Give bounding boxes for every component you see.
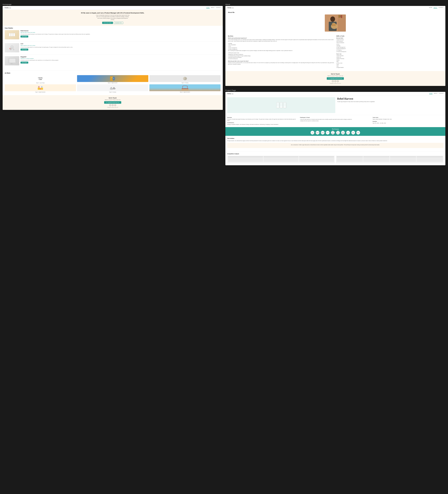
art-caption-6: Figure 6. Digital Illustration	[149, 92, 221, 93]
duration-body: Sep 17th, 2020 – Oct 28th, 2020	[373, 123, 444, 124]
about-nav-about[interactable]: ABOUT	[434, 7, 437, 9]
proj-nav-contact[interactable]: CONTACT	[439, 93, 444, 94]
step-2: Competitive Analysis	[316, 131, 319, 135]
footer-email-btn[interactable]: ✉ Angela@CheekyChae.com	[104, 101, 121, 104]
proj-nav-work[interactable]: WORK	[429, 93, 433, 94]
cell	[417, 160, 443, 161]
nav-contact[interactable]: CONTACT	[216, 7, 221, 9]
homepage-footer: Get In Touch Want to connect? Please rea…	[3, 95, 223, 110]
story-p3: Outside my serious professional life, I …	[228, 62, 334, 65]
social-icons: in be ig	[5, 104, 221, 106]
tool-item: Figma	[336, 59, 443, 61]
cell	[363, 161, 389, 162]
arrow-7: ›	[345, 131, 346, 134]
art-caption-5: Figure 5. Drawing	[77, 92, 148, 93]
tool-item: Java	[336, 64, 443, 65]
rebel-btn[interactable]: View Project	[21, 36, 28, 37]
skill-item: Project Management	[336, 47, 443, 48]
problem-body: Through research, we collected that roug…	[227, 140, 444, 142]
about-email-btn[interactable]: ✉ Angela@CheekyChae.com	[327, 77, 344, 80]
overview-body: This was a 10-week team project focusing…	[227, 119, 298, 121]
instagram-icon[interactable]: ig	[114, 104, 116, 106]
about-behance-icon[interactable]: be	[334, 80, 336, 82]
skill-item: Frontend Development	[336, 51, 443, 52]
relevant-skills: Relevant Skills Digital Illustration Use…	[336, 37, 443, 52]
about-footer-title: Get In Touch	[227, 73, 443, 75]
about-instagram-icon[interactable]: ig	[337, 80, 339, 82]
cell	[390, 161, 416, 162]
nav-work[interactable]: WORK	[206, 7, 210, 9]
svg-rect-8	[11, 63, 13, 64]
about-linkedin-icon[interactable]: in	[332, 80, 334, 82]
table-row	[337, 158, 443, 159]
problem-statement: As a consumer, I'd like to get discounts…	[227, 143, 444, 148]
art-item-5: Figure 5. Drawing	[77, 84, 148, 93]
homepage-nav-links: WORK ABOUT CONTACT	[206, 7, 221, 9]
cell	[263, 156, 298, 157]
step-3: Persona Research	[321, 131, 325, 135]
svg-rect-11	[110, 76, 113, 81]
cell	[417, 156, 443, 157]
art-item-3: Figure 3. Drawing	[149, 75, 221, 83]
art-illus-svg	[37, 85, 43, 90]
step-circle-1: The Problem	[311, 131, 314, 135]
linkedin-icon[interactable]: in	[109, 104, 111, 106]
email-icon: ✉	[106, 102, 107, 103]
project-problem: The Problem Through research, we collect…	[225, 136, 446, 151]
mega-content: Meggaball Website for a Fitness program …	[21, 56, 59, 65]
mega-btn[interactable]: View Project	[21, 62, 28, 63]
project-label: Project Page	[225, 88, 446, 92]
art-digital-svg	[110, 76, 116, 81]
about-social-icons: in be ig	[227, 80, 443, 82]
list-item: Frontend development	[228, 58, 334, 60]
list-item: UX/UI	[228, 46, 334, 47]
step-10: What's Next?	[356, 131, 360, 135]
svg-point-12	[112, 77, 115, 80]
case-studies-section: Case Studies Rebel Harvest App that help…	[3, 26, 223, 71]
tools-skills: Tools I Use Adobe Illustrator Adobe XD A…	[336, 53, 443, 68]
step-8: UX Solutions	[346, 131, 350, 135]
contributions-title: Contributions	[227, 122, 298, 123]
step-circle-7: User Testing & Iterations	[341, 131, 345, 135]
about-content-grid: My Story What's your professional experi…	[225, 35, 446, 71]
about-nav-work[interactable]: WORK	[429, 7, 432, 9]
proj-hero-phones	[227, 97, 335, 113]
uxui-btn[interactable]: UX/UI Case Studies	[102, 22, 113, 24]
tool-item: Adobe Illustrator	[336, 55, 443, 56]
step-4: Ideation	[326, 131, 330, 135]
nav-about[interactable]: ABOUT	[211, 7, 215, 9]
svg-point-19	[41, 86, 42, 87]
step-7: User Testing & Iterations	[341, 131, 345, 135]
svg-point-42	[334, 25, 336, 25]
comp-table-2	[336, 156, 444, 163]
arrow-1: ›	[315, 131, 315, 134]
cell	[299, 159, 334, 160]
arrow-2: ›	[320, 131, 320, 134]
homepage-card: Cheeky Chae WORK ABOUT CONTACT Hi! My na…	[3, 6, 223, 110]
hero-heading: Hi! My name is Angela, and I am a Produc…	[5, 12, 220, 14]
arrow-6: ›	[340, 131, 341, 134]
step-1: The Problem	[311, 131, 314, 135]
crity-btn[interactable]: View Project	[21, 49, 28, 50]
cell	[299, 156, 334, 157]
skill-item: Data Visualization	[336, 42, 443, 43]
project-process: The Process The Problem › Competitive An…	[225, 127, 446, 136]
cell	[299, 160, 334, 161]
about-card: Cheeky Chae WORK ABOUT CONTACT About Me	[225, 6, 446, 86]
illustration-btn[interactable]: Illustration Work	[114, 22, 123, 24]
behance-icon[interactable]: be	[112, 104, 114, 106]
cell	[363, 159, 389, 160]
crity-thumb-art	[8, 45, 16, 51]
competitive-section: Competitive Analysis	[225, 151, 446, 165]
proj-nav-about[interactable]: ABOUT	[434, 93, 437, 94]
hero-buttons: UX/UI Case Studies Illustration Work	[5, 22, 220, 24]
relevant-title: Relevant Skills	[336, 37, 443, 39]
about-nav-contact[interactable]: CONTACT	[438, 7, 444, 9]
tool-item: Adobe XD	[336, 56, 443, 58]
about-footer-subtitle: Want to connect? Please reach out!	[227, 75, 443, 76]
step-circle-8: UX Solutions	[346, 131, 350, 135]
step-5: User Flow & Information Architecture	[331, 131, 335, 135]
cell	[299, 158, 334, 159]
list-item: Project management	[228, 47, 334, 49]
story-list1: Strategy Data Visualization UX/UI Projec…	[228, 43, 334, 50]
